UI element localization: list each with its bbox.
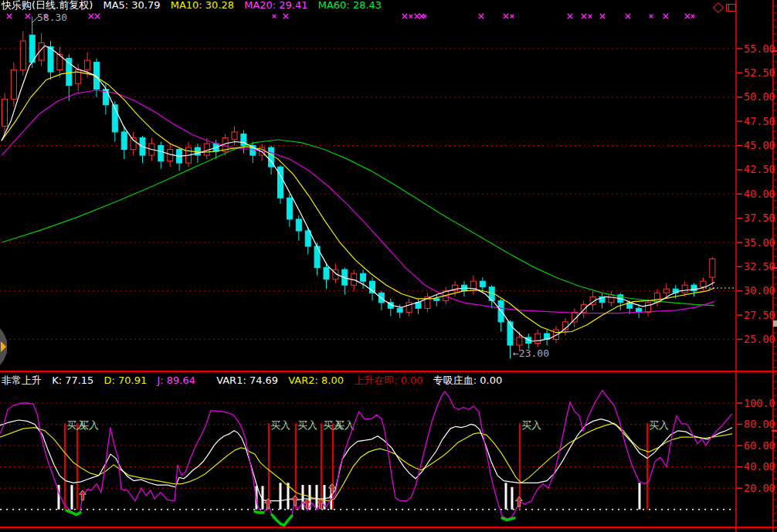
j-line-group — [0, 391, 732, 526]
buy-label: 买入 — [270, 419, 290, 431]
k-value: K: 77.15 — [52, 374, 93, 386]
axis-label: 100.0 — [744, 397, 775, 409]
sub-axis-labels: 100.080.0060.0040.0020.00 — [737, 397, 775, 494]
axis-label: 52.50 — [744, 66, 775, 79]
axis-label: 55.00 — [744, 42, 775, 55]
white-bars — [58, 483, 641, 510]
buy-label: 买入 — [521, 419, 541, 431]
peak-price-annotation: 58.30 — [37, 12, 67, 23]
stock-app-window: 买入买入买入买入买入买入买入买入55.0052.5050.0047.5045.0… — [0, 0, 777, 532]
buy-label: 买入 — [334, 419, 355, 431]
up-arrow-icon — [80, 490, 87, 500]
chart-canvas: 买入买入买入买入买入买入买入买入55.0052.5050.0047.5045.0… — [0, 0, 777, 532]
buy-label: 买入 — [79, 419, 99, 431]
up-arrow-icon — [329, 484, 336, 494]
ma10-value: MA10: 30.28 — [171, 0, 234, 11]
restore-window-icon[interactable] — [726, 4, 736, 12]
axis-label: 40.00 — [744, 188, 775, 200]
axis-label: 80.00 — [744, 418, 775, 430]
rising-value: 上升在即: 0.00 — [354, 374, 422, 386]
axis-label: 35.00 — [744, 236, 775, 249]
j-value: J: 89.64 — [157, 374, 195, 386]
buy-signal-lines — [65, 423, 647, 510]
buy-label: 买入 — [649, 419, 669, 431]
var2-value: VAR2: 8.00 — [288, 374, 344, 386]
axis-label: 27.50 — [744, 309, 775, 321]
axis-label: 60.00 — [744, 439, 775, 452]
candlesticks — [2, 17, 715, 359]
axis-label: 45.00 — [744, 139, 775, 151]
suck-value: 专吸庄血: 0.00 — [433, 374, 502, 386]
axis-label: 40.00 — [744, 460, 775, 473]
up-arrow-icon — [292, 496, 299, 506]
buy-label: 买入 — [297, 419, 317, 431]
buy-signal-labels: 买入买入买入买入买入买入买入买入 — [66, 419, 669, 431]
ma5-value: MA5: 30.79 — [103, 0, 160, 11]
axis-label: 37.50 — [744, 212, 775, 224]
indicator-name: 非常上升 — [2, 374, 42, 386]
ma60-line-group — [2, 140, 714, 306]
var1-value: VAR1: 74.69 — [216, 374, 278, 386]
axis-label: 42.50 — [744, 163, 775, 175]
d-value: D: 70.91 — [104, 374, 148, 386]
main-axis-labels: 55.0052.5050.0047.5045.0042.5040.0037.50… — [737, 42, 775, 346]
ma60-value: MA60: 28.43 — [318, 0, 382, 11]
green-marks — [66, 510, 514, 525]
axis-label: 47.50 — [744, 115, 775, 127]
axis-label: 30.00 — [744, 284, 775, 296]
up-arrow-icon — [516, 496, 523, 507]
axis-label: 32.50 — [744, 260, 775, 273]
ma20-line-group — [2, 90, 714, 313]
indicator-header: 非常上升 K: 77.15 D: 70.91 J: 89.64 VAR1: 74… — [2, 375, 509, 386]
axis-label: 20.00 — [744, 482, 775, 494]
low-price-annotation: ←23.00 — [513, 347, 549, 359]
right-strip-marker[interactable] — [773, 320, 777, 327]
sell-x-marks — [7, 14, 694, 19]
ma20-value: MA20: 29.41 — [244, 0, 307, 11]
axis-label: 50.00 — [744, 90, 775, 103]
main-chart-header: 快乐购(日线.前复权) MA5: 30.79 MA10: 30.28 MA20:… — [2, 0, 388, 11]
j-line — [0, 391, 732, 526]
expand-arrow-icon — [1, 341, 6, 352]
ma60-line — [2, 140, 714, 306]
stock-title: 快乐购(日线.前复权) — [2, 0, 93, 11]
ma20-line — [2, 90, 714, 313]
axis-label: 25.00 — [744, 333, 775, 345]
